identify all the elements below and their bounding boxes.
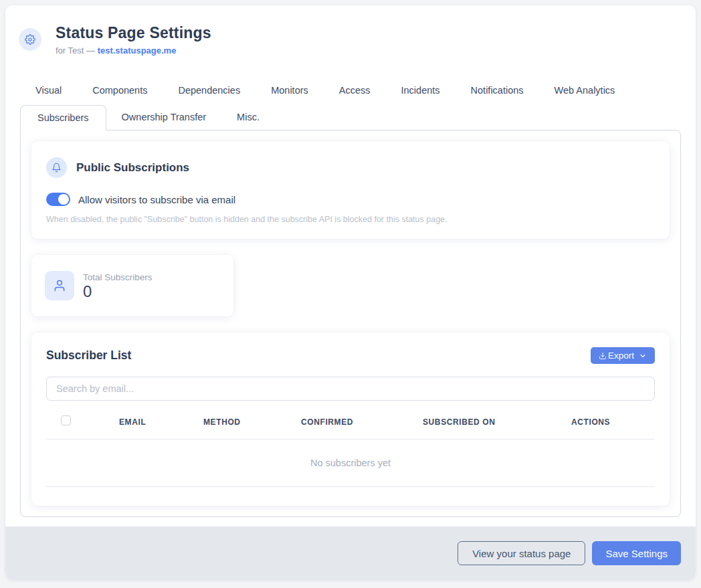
gear-icon [19,28,41,51]
column-header-actions: Actions [557,417,655,427]
tab-misc[interactable]: Misc. [221,105,275,130]
subscribe-toggle-label: Allow visitors to subscribe via email [78,194,235,205]
tab-incidents[interactable]: Incidents [386,80,456,101]
subscriber-list-card: Subscriber List Export Email [31,332,670,506]
public-subscriptions-title: Public Subscriptions [76,161,189,175]
download-icon [599,352,607,360]
tab-notifications[interactable]: Notifications [456,80,539,101]
subtitle-prefix: for Test — [56,45,98,56]
column-header-confirmed: Confirmed [286,417,408,427]
status-page-settings-card: Status Page Settings for Test — test.sta… [5,5,696,580]
save-settings-button[interactable]: Save Settings [592,541,681,565]
empty-state-text: No subscribers yet [310,458,391,468]
export-button[interactable]: Export [591,347,655,364]
subscribe-help-text: When disabled, the public "Subscribe" bu… [46,215,655,224]
bell-icon [46,157,67,178]
total-subscribers-value: 0 [83,284,153,300]
column-header-email: Email [104,417,189,427]
table-header-row: Email Method Confirmed Subscribed On Act… [46,415,655,439]
subscribers-panel: Public Subscriptions Allow visitors to s… [20,130,681,517]
subscriber-list-title: Subscriber List [46,349,131,363]
subscribe-toggle[interactable] [46,193,70,206]
page-title: Status Page Settings [56,24,211,42]
status-page-link[interactable]: test.statuspage.me [98,45,177,56]
user-icon [45,271,74,300]
total-subscribers-card: Total Subscribers 0 [31,255,233,316]
settings-tabs: Visual Components Dependencies Monitors … [20,80,681,130]
total-subscribers-label: Total Subscribers [83,272,153,282]
tab-access[interactable]: Access [324,80,386,101]
footer-actions: View your status page Save Settings [5,526,696,580]
tab-web-analytics[interactable]: Web Analytics [539,80,631,101]
search-input[interactable] [46,377,655,401]
tab-monitors[interactable]: Monitors [256,80,324,101]
tab-subscribers[interactable]: Subscribers [20,105,106,130]
toggle-knob [58,194,69,205]
tab-visual[interactable]: Visual [20,80,77,101]
page-header: Status Page Settings for Test — test.sta… [5,5,696,56]
tab-dependencies[interactable]: Dependencies [163,80,256,101]
page-subtitle: for Test — test.statuspage.me [56,45,211,56]
column-header-subscribed-on: Subscribed On [408,417,557,427]
public-subscriptions-card: Public Subscriptions Allow visitors to s… [31,141,670,239]
export-button-label: Export [608,351,634,361]
tab-ownership-transfer[interactable]: Ownership Transfer [106,105,222,130]
chevron-down-icon [639,352,647,360]
empty-state-row: No subscribers yet [46,439,655,487]
column-header-method: Method [189,417,286,427]
tab-components[interactable]: Components [77,80,163,101]
view-status-page-button[interactable]: View your status page [458,541,585,565]
select-all-checkbox[interactable] [61,415,71,425]
